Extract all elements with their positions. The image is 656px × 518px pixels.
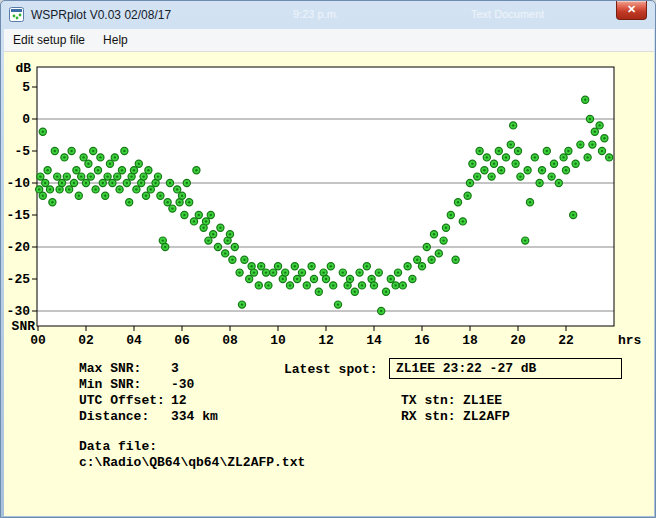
stat-value: -30	[171, 377, 194, 392]
svg-text:-10: -10	[7, 176, 31, 191]
stat-label: Max SNR:	[79, 361, 171, 377]
menu-item-help[interactable]: Help	[94, 29, 137, 50]
datafile-label: Data file:	[79, 439, 305, 455]
window-title: WSPRplot V0.03 02/08/17	[31, 8, 171, 22]
titlebar[interactable]: WSPRplot V0.03 02/08/17 9:23 p.m. Text D…	[1, 1, 655, 29]
svg-text:-20: -20	[7, 240, 31, 255]
svg-text:-25: -25	[7, 272, 31, 287]
close-icon: ✕	[627, 3, 636, 15]
svg-text:-30: -30	[7, 304, 31, 319]
svg-text:14: 14	[366, 333, 382, 348]
svg-text:12: 12	[318, 333, 334, 348]
snr-chart-svg: 50-5-10-15-20-25-30000204060810121416182…	[4, 52, 654, 352]
background-window-title: Text Document	[471, 8, 544, 20]
tx-station-value: ZL1EE	[463, 393, 502, 408]
latest-spot-field: ZL1EE 23:22 -27 dB	[389, 358, 622, 379]
svg-text:-15: -15	[7, 208, 31, 223]
menubar: Edit setup fileHelp	[4, 29, 654, 52]
stat-value: 334 km	[171, 409, 218, 424]
svg-text:0: 0	[22, 112, 30, 127]
tx-station-row: TX stn:ZL1EE	[401, 393, 510, 409]
stat-value: 12	[171, 393, 187, 408]
svg-text:20: 20	[510, 333, 526, 348]
svg-text:08: 08	[222, 333, 238, 348]
svg-text:dB: dB	[15, 61, 31, 76]
svg-text:22: 22	[558, 333, 574, 348]
main-content: 50-5-10-15-20-25-30000204060810121416182…	[4, 52, 654, 516]
svg-text:04: 04	[126, 333, 142, 348]
stat-row-max-snr: Max SNR:3	[79, 361, 218, 377]
background-window-title: 9:23 p.m.	[293, 8, 339, 20]
svg-text:02: 02	[78, 333, 94, 348]
rx-station-value: ZL2AFP	[463, 409, 510, 424]
stat-value: 3	[171, 361, 179, 376]
latest-spot-label: Latest spot:	[284, 362, 378, 378]
close-button[interactable]: ✕	[616, 1, 647, 20]
svg-text:00: 00	[30, 333, 46, 348]
svg-text:18: 18	[462, 333, 478, 348]
stats-block: Max SNR:3 Min SNR:-30 UTC Offset:12 Dist…	[79, 361, 218, 425]
svg-text:hrs: hrs	[618, 333, 642, 348]
menu-item-edit-setup-file[interactable]: Edit setup file	[4, 29, 94, 50]
wsprplot-window: WSPRplot V0.03 02/08/17 9:23 p.m. Text D…	[0, 0, 656, 518]
tx-station-label: TX stn:	[401, 393, 463, 409]
rx-station-label: RX stn:	[401, 409, 463, 425]
stations-block: TX stn:ZL1EE RX stn:ZL2AFP	[401, 393, 510, 425]
latest-spot-value: ZL1EE 23:22 -27 dB	[396, 361, 536, 376]
svg-text:SNR: SNR	[12, 319, 36, 334]
stat-row-min-snr: Min SNR:-30	[79, 377, 218, 393]
svg-text:-5: -5	[14, 144, 30, 159]
app-icon[interactable]	[9, 7, 24, 22]
datafile-path: c:\Radio\QB64\qb64\ZL2AFP.txt	[79, 455, 305, 471]
stat-row-utc-offset: UTC Offset:12	[79, 393, 218, 409]
svg-text:06: 06	[174, 333, 190, 348]
rx-station-row: RX stn:ZL2AFP	[401, 409, 510, 425]
stat-row-distance: Distance:334 km	[79, 409, 218, 425]
stat-label: Distance:	[79, 409, 171, 425]
svg-text:10: 10	[270, 333, 286, 348]
svg-text:16: 16	[414, 333, 430, 348]
svg-text:5: 5	[22, 80, 30, 95]
stat-label: UTC Offset:	[79, 393, 171, 409]
stat-label: Min SNR:	[79, 377, 171, 393]
datafile-block: Data file: c:\Radio\QB64\qb64\ZL2AFP.txt	[79, 439, 305, 471]
